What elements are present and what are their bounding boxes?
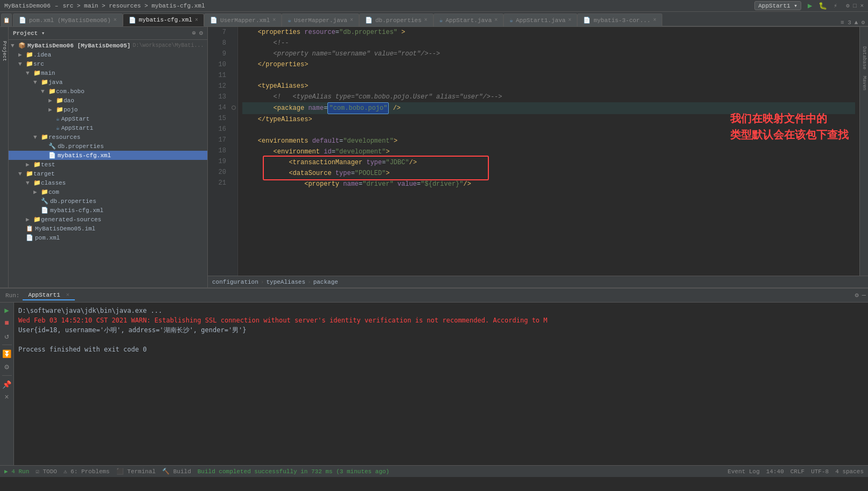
title-separator: – [55, 3, 59, 9]
bottom-left-tools: ▶ ■ ↺ ⏬ ⚙ 📌 × [0, 303, 14, 465]
tree-item-mybatis-cfg2[interactable]: ▶ 📄 mybatis-cfg.xml [9, 206, 207, 215]
status-left: ▶ 4 Run ☑ TODO ⚠ 6: Problems ⬛ Terminal … [4, 468, 389, 475]
code-line-19: <transactionManager type="JDBC"/> [242, 157, 855, 168]
tab-project-icon[interactable]: 📋 [1, 13, 12, 26]
line-numbers: 7891011 1213141516 1718192021 [208, 27, 229, 276]
status-encoding[interactable]: UTF-8 [811, 468, 829, 475]
main-layout: Project Project ▾ ⊕ ⚙ ▼ 📦 MyBatisDemo06 … [0, 27, 868, 287]
tree-item-pom[interactable]: ▶ 📄 pom.xml [9, 233, 207, 242]
sidebar-tree: ▼ 📦 MyBatisDemo06 [MyBatisDemo05] D:\wor… [9, 40, 207, 287]
build-tab[interactable]: 🔨 Build [162, 468, 191, 475]
stop-button[interactable]: ■ [2, 318, 12, 328]
tree-item-db-props[interactable]: ▶ 🔧 db.properties [9, 142, 207, 151]
project-tab[interactable]: Project [1, 38, 8, 65]
scroll-to-end-button[interactable]: ⏬ [2, 348, 12, 359]
tree-item-classes[interactable]: ▼ 📁 classes [9, 178, 207, 187]
terminal-tab[interactable]: ⬛ Terminal [116, 468, 156, 475]
code-line-8: <!-- [242, 38, 855, 48]
code-line-10: </properties> [242, 59, 855, 70]
breadcrumb-item-typealiases[interactable]: typeAliases [266, 279, 305, 285]
tree-item-pojo[interactable]: ▶ 📁 pojo [9, 105, 207, 114]
app-run-config[interactable]: AppStart1 ▾ [754, 1, 801, 10]
tree-item-resources[interactable]: ▼ 📁 resources [9, 132, 207, 142]
tree-item-appstart1[interactable]: ▶ ☕ AppStart1 [9, 123, 207, 132]
editor-settings[interactable]: ⚙ [861, 19, 865, 26]
tab-db-properties[interactable]: 📄 db.properties × [359, 13, 433, 26]
code-line-12: <typeAliases> [242, 81, 855, 92]
status-indent[interactable]: 4 spaces [835, 468, 864, 475]
tab-appstart[interactable]: ☕ AppStart.java × [433, 13, 503, 26]
bottom-tab-appstart1[interactable]: AppStart1 × [23, 291, 75, 300]
run-again-button[interactable]: ▶ [2, 305, 12, 315]
problems-tab[interactable]: ⚠ 6: Problems [64, 468, 110, 475]
database-tab[interactable]: Database [860, 43, 868, 73]
coverage-button[interactable]: ⚡ [834, 2, 837, 9]
tree-item-db-props2[interactable]: ▶ 🔧 db.properties [9, 197, 207, 206]
tab-pom-xml[interactable]: 📄 pom.xml (MyBatisDemo06) × [13, 13, 123, 26]
run-indicator[interactable]: ▶ 4 Run [4, 468, 29, 475]
tree-item-dao[interactable]: ▶ 📁 dao [9, 96, 207, 105]
tree-item-mybatis-cfg[interactable]: ▶ 📄 mybatis-cfg.xml [9, 151, 207, 160]
tree-item-root[interactable]: ▼ 📦 MyBatisDemo06 [MyBatisDemo05] D:\wor… [9, 41, 207, 50]
tree-item-appstart[interactable]: ▶ ☕ AppStart [9, 114, 207, 123]
project-name: MyBatisDemo06 [4, 3, 51, 9]
tree-item-combobo[interactable]: ▼ 📁 com.bobo [9, 87, 207, 96]
left-panel-tabs: Project [0, 27, 9, 287]
code-line-13: <! <typeAlias type="com.bobo.pojo.User" … [242, 92, 855, 102]
bottom-tabs: Run: AppStart1 × ⚙ — [0, 289, 868, 303]
console-line-user: User{id=18, username='小明', address='湖南长沙… [18, 325, 864, 335]
tree-item-com[interactable]: ▶ 📁 com [9, 187, 207, 197]
tab-usermapper-xml[interactable]: 📄 UserMapper.xml × [204, 13, 282, 26]
rerun-button[interactable]: ↺ [2, 331, 12, 341]
maven-tab[interactable]: Maven [860, 73, 868, 94]
sidebar: Project ▾ ⊕ ⚙ ▼ 📦 MyBatisDemo06 [MyBatis… [9, 27, 208, 287]
annotation-text: 我们在映射文件中的 类型默认会在该包下查找 [730, 110, 849, 143]
status-time: 14:40 [766, 468, 784, 475]
tree-item-iml[interactable]: ▶ 📋 MyBatisDemo05.iml [9, 224, 207, 233]
tab-mybatis-cfg[interactable]: 📄 mybatis-cfg.xml × [123, 13, 204, 26]
event-log[interactable]: Event Log [727, 468, 759, 475]
breadcrumb-sep-1: › [261, 279, 264, 285]
tree-item-target[interactable]: ▼ 📁 target [9, 169, 207, 178]
tree-item-test[interactable]: ▶ 📁 test [9, 160, 207, 169]
toolbar-icons: ⚙ □ × [846, 2, 864, 9]
bottom-content: ▶ ■ ↺ ⏬ ⚙ 📌 × D:\software\java\jdk\bin\j… [0, 303, 868, 465]
breadcrumb: configuration › typeAliases › package [208, 276, 868, 287]
debug-button[interactable]: 🐛 [818, 2, 827, 10]
tree-item-src[interactable]: ▼ 📁 src [9, 59, 207, 68]
sidebar-title: Project ▾ [13, 30, 45, 37]
todo-tab[interactable]: ☑ TODO [36, 468, 57, 475]
pin-button[interactable]: 📌 [2, 379, 12, 390]
expand-icon[interactable]: ▲ [855, 19, 858, 26]
tab-bar: 📋 📄 pom.xml (MyBatisDemo06) × 📄 mybatis-… [0, 12, 868, 27]
bottom-gear-icon[interactable]: ⚙ [855, 291, 859, 299]
run-label: Run: [2, 292, 23, 299]
code-view[interactable]: <properties resource="db.properties" > <… [238, 27, 859, 276]
tree-item-java[interactable]: ▼ 📁 java [9, 78, 207, 87]
console-line-empty [18, 335, 864, 345]
file-path: src > main > resources > mybatis-cfg.xml [62, 3, 205, 9]
console-output[interactable]: D:\software\java\jdk\bin\java.exe ... We… [14, 303, 868, 465]
tab-usermapper-java[interactable]: ☕ UserMapper.java × [282, 13, 359, 26]
status-line-ending[interactable]: CRLF [790, 468, 804, 475]
bottom-minimize-icon[interactable]: — [862, 292, 866, 299]
code-line-11 [242, 70, 855, 81]
tab-mybatis-3cor[interactable]: 📄 mybatis-3-cor... × [577, 13, 662, 26]
close-output-button[interactable]: × [2, 392, 12, 403]
tree-item-idea[interactable]: ▶ 📁 .idea [9, 50, 207, 59]
tab-appstart1[interactable]: ☕ AppStart1.java × [503, 13, 577, 26]
breadcrumb-item-package[interactable]: package [313, 279, 338, 285]
code-line-9: <property name="username" value="root"/>… [242, 48, 855, 59]
code-line-20: <dataSource type="POOLED"> [242, 168, 855, 179]
close-tab-icon[interactable]: × [66, 292, 69, 298]
run-button[interactable]: ▶ [808, 1, 812, 10]
settings-button[interactable]: ⚙ [2, 361, 12, 372]
tree-item-generated[interactable]: ▶ 📁 generated-sources [9, 215, 207, 224]
sidebar-settings-icon[interactable]: ⚙ [199, 29, 203, 37]
tree-item-main[interactable]: ▼ 📁 main [9, 68, 207, 78]
sidebar-sync-icon[interactable]: ⊕ [192, 29, 196, 37]
editor-content: 7891011 1213141516 1718192021 [208, 27, 868, 276]
console-line-exit: Process finished with exit code 0 [18, 345, 864, 354]
breadcrumb-item-configuration[interactable]: configuration [212, 279, 258, 285]
status-right: Event Log 14:40 CRLF UTF-8 4 spaces [727, 468, 864, 475]
